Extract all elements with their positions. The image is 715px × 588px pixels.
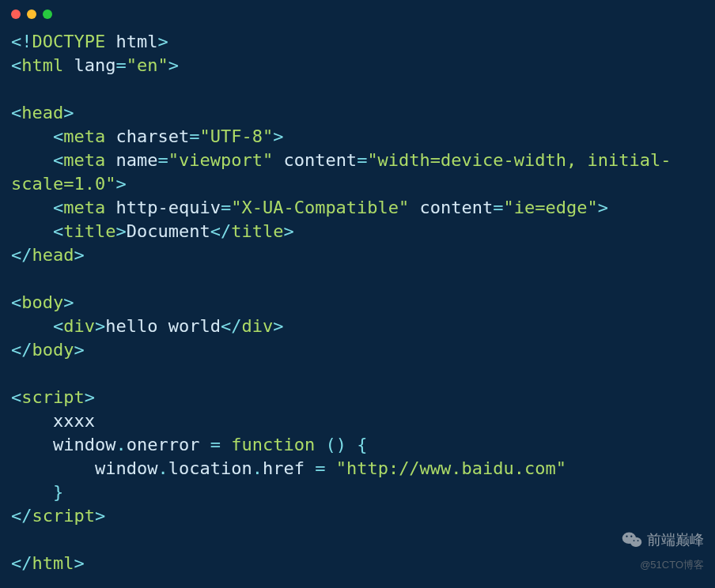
code-token-tag: html <box>32 553 74 573</box>
code-token-tag: head <box>21 103 63 122</box>
code-token-text: xxxx <box>11 411 95 431</box>
watermark-brand: 前端巅峰 <box>647 528 704 552</box>
svg-point-3 <box>630 536 632 537</box>
code-token-text: Document <box>127 221 210 241</box>
svg-point-1 <box>630 537 641 547</box>
code-token-bracket: > <box>74 340 84 360</box>
maximize-dot[interactable] <box>43 9 52 19</box>
code-token-bracket: > <box>74 553 84 573</box>
code-token-text <box>11 126 53 146</box>
code-token-tag: meta <box>63 198 105 217</box>
code-token-attr-value: "en" <box>127 55 168 75</box>
code-token-bracket: < <box>53 221 63 241</box>
code-token-bracket: </ <box>11 506 32 526</box>
code-token-text: location <box>168 458 252 478</box>
code-token-attr-value: "viewport" <box>168 150 273 170</box>
code-token-text <box>11 150 53 170</box>
code-token-text: window <box>11 435 115 454</box>
code-token-tag: title <box>63 221 115 241</box>
code-token-bracket: </ <box>221 316 242 336</box>
code-token-attr-name: http-equiv <box>105 198 221 217</box>
code-token-operator: = <box>157 150 168 170</box>
code-token-bracket: > <box>168 55 179 75</box>
code-token-text <box>325 458 335 478</box>
code-token-bracket: <! <box>11 32 32 51</box>
code-token-bracket: < <box>11 103 21 122</box>
code-token-tag: title <box>231 221 283 241</box>
code-token-bracket: > <box>115 221 126 241</box>
svg-point-4 <box>634 540 635 541</box>
code-token-operator: = <box>315 458 325 478</box>
code-token-text: onerror <box>127 435 210 454</box>
code-token-bracket: </ <box>11 553 32 573</box>
code-token-bracket: < <box>53 150 63 170</box>
code-token-operator: = <box>189 126 199 146</box>
code-token-text: href <box>263 458 315 478</box>
code-token-text: hello world <box>105 316 221 336</box>
code-token-operator: . <box>252 458 263 478</box>
code-token-attr-value: "UTF-8" <box>199 126 273 146</box>
code-token-bracket: > <box>63 103 74 122</box>
code-token-bracket: < <box>53 126 63 146</box>
code-token-tag: meta <box>63 150 105 170</box>
code-token-tag: script <box>32 506 95 526</box>
code-token-operator: = <box>221 198 231 217</box>
code-token-tag: script <box>21 387 84 407</box>
code-token-bracket: > <box>74 245 84 265</box>
code-token-text <box>11 221 53 241</box>
code-token-attr-name: content <box>273 150 357 170</box>
code-token-bracket: > <box>85 387 95 407</box>
code-token-bracket: > <box>115 174 126 194</box>
code-token-bracket: < <box>11 387 21 407</box>
code-token-bracket: < <box>53 316 63 336</box>
code-token-attr-value: "X-UA-Compatible" <box>231 198 409 217</box>
code-token-bracket: > <box>283 221 293 241</box>
code-token-operator: } <box>53 482 63 502</box>
window-controls <box>0 0 715 24</box>
code-token-attr-name: name <box>105 150 157 170</box>
code-token-bracket: > <box>598 198 608 217</box>
close-dot[interactable] <box>11 9 21 19</box>
code-token-tag: body <box>32 340 74 360</box>
code-token-bracket: </ <box>210 221 232 241</box>
code-token-operator: = <box>115 55 126 75</box>
code-token-bracket: </ <box>11 245 32 265</box>
minimize-dot[interactable] <box>27 9 36 19</box>
code-token-bracket: > <box>95 506 105 526</box>
code-token-tag: head <box>32 245 74 265</box>
code-token-attr-name: html <box>105 32 157 51</box>
code-token-bracket: < <box>11 292 21 312</box>
code-token-operator: . <box>115 435 126 454</box>
code-token-text: window <box>11 458 157 478</box>
code-token-string: "http://www.baidu.com" <box>336 458 566 478</box>
code-token-bracket: > <box>157 32 168 51</box>
code-token-operator: . <box>157 458 168 478</box>
code-token-operator: = <box>357 150 367 170</box>
watermark: 前端巅峰 @51CTO博客 <box>622 528 704 577</box>
code-token-tag: div <box>63 316 95 336</box>
code-token-text <box>11 482 53 502</box>
code-token-text <box>315 435 325 454</box>
watermark-subtitle: @51CTO博客 <box>640 553 704 577</box>
code-token-bracket: > <box>273 126 283 146</box>
code-token-text <box>346 435 357 454</box>
code-token-bracket: < <box>11 55 21 75</box>
code-token-keyword: function <box>231 435 315 454</box>
wechat-icon <box>622 531 642 548</box>
code-token-attr-name: content <box>409 198 493 217</box>
code-token-text <box>11 198 53 217</box>
code-token-operator: { <box>357 435 367 454</box>
code-token-tag: DOCTYPE <box>32 32 106 51</box>
code-token-tag: body <box>21 292 63 312</box>
code-token-bracket: > <box>63 292 74 312</box>
code-token-attr-name: charset <box>105 126 189 146</box>
code-token-operator: () <box>325 435 346 454</box>
code-token-tag: div <box>241 316 273 336</box>
code-token-operator: = <box>210 435 221 454</box>
code-token-operator: = <box>493 198 503 217</box>
code-token-bracket: </ <box>11 340 32 360</box>
code-token-tag: meta <box>63 126 105 146</box>
code-token-text <box>221 435 231 454</box>
code-token-text <box>11 316 53 336</box>
code-token-bracket: < <box>53 198 63 217</box>
